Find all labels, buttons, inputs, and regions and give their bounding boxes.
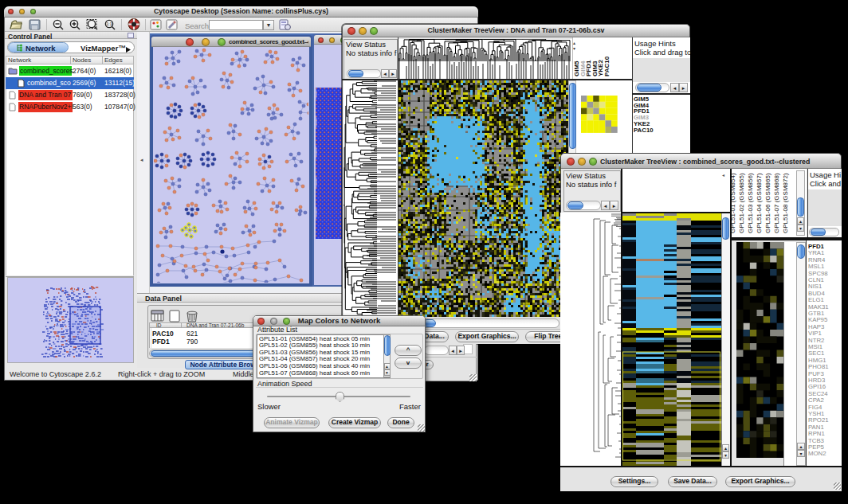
svg-text:1:1: 1:1 bbox=[106, 21, 112, 26]
